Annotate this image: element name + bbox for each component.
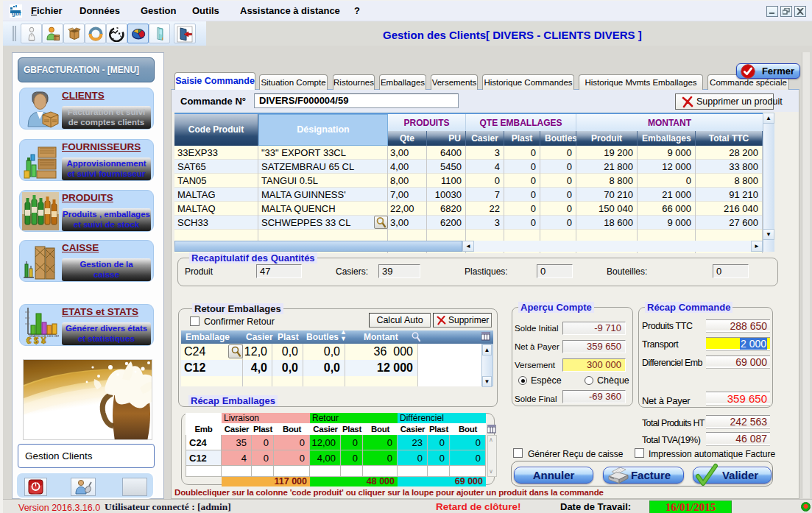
commande-input[interactable]: DIVERS/F000004/59 <box>254 93 459 108</box>
impression-checkbox[interactable] <box>635 448 644 458</box>
tab-situation-compte[interactable]: Situation Compte <box>259 74 328 90</box>
grid-row[interactable]: MALTAGMALTA GUINNESS'7,001003070070 2102… <box>174 188 763 202</box>
grid-row[interactable]: MALTAQMALTA QUENCH22,0068202200150 04066… <box>174 202 763 216</box>
remb-col[interactable]: Casier <box>222 423 252 435</box>
remb-col-emb[interactable]: Emb <box>186 423 222 435</box>
grid-col-casier[interactable]: Casier <box>466 131 504 146</box>
menu-item-help[interactable]: ? <box>350 1 364 21</box>
dish-icon[interactable] <box>106 24 127 43</box>
grid-cell-qte: 4,00 <box>388 160 427 174</box>
grid-scroll-right-button[interactable]: ► <box>751 241 763 252</box>
retour-scrollbar[interactable]: ▲▼ <box>481 344 493 386</box>
fermer-button[interactable]: Fermer <box>736 63 800 79</box>
confirmer-retour-checkbox[interactable] <box>190 316 200 326</box>
remb-col[interactable]: Bout <box>450 423 486 435</box>
remb-scroll-down[interactable]: ∨ <box>489 468 493 475</box>
carton-icon[interactable] <box>63 24 85 43</box>
book-icon[interactable] <box>149 24 170 43</box>
row-loupe-button[interactable] <box>374 216 388 229</box>
retour-col-emballage[interactable]: Emballage <box>186 330 230 344</box>
tab-historique-commandes[interactable]: Historique Commandes <box>482 74 574 90</box>
menu-item-gestion[interactable]: Gestion <box>136 1 180 21</box>
remb-col[interactable]: Plast <box>341 423 363 435</box>
restore-button[interactable] <box>780 6 792 17</box>
grid-row[interactable]: TAN05TANGUI 0.5L8,0011000008 80008 800 <box>174 174 763 188</box>
grid-col-pu[interactable]: PU <box>427 131 466 146</box>
sidebar-item-clients[interactable]: CLIENTSFacturation et suivi de comptes c… <box>19 88 154 130</box>
grid-col-boutles[interactable]: Boutles <box>540 131 576 146</box>
grid-col-designation[interactable]: Désignation <box>258 114 388 146</box>
status-led-icon <box>801 502 811 512</box>
remb-col[interactable]: Casier <box>398 423 428 435</box>
remb-col[interactable]: Bout <box>274 423 310 435</box>
user-silhouette-icon[interactable] <box>21 24 42 43</box>
delete-product-button[interactable]: Supprimer un produit <box>675 93 774 110</box>
recu-checkbox[interactable] <box>513 448 523 458</box>
pie-chart-icon[interactable] <box>127 24 149 43</box>
menu-item-outils[interactable]: Outils <box>188 1 224 21</box>
transport-field[interactable]: 2 000 <box>706 337 770 350</box>
close-button[interactable] <box>794 6 806 17</box>
blank-button[interactable] <box>122 478 147 496</box>
grid-hscroll-thumb[interactable] <box>174 241 462 252</box>
sidebar-item-fournisseurs[interactable]: FOURNISSEURSApprovisionnement et suivi f… <box>19 139 154 181</box>
sidebar-item-etats-et-stats[interactable]: GRAPHIQUE DES VENTES€ $ ¥ETATS et STATSG… <box>19 304 154 346</box>
grid-scroll-left-button[interactable]: ◄ <box>462 241 474 252</box>
clients-image <box>22 90 61 129</box>
grid-col-plast[interactable]: Plast <box>504 131 540 146</box>
user-session-button[interactable] <box>71 478 96 496</box>
tab-saisie-commande[interactable]: Saisie Commande <box>174 72 255 90</box>
annuler-button[interactable]: Annuler <box>514 467 593 484</box>
client-box-icon[interactable] <box>42 24 63 43</box>
minimize-button[interactable] <box>766 6 778 17</box>
grid-row[interactable]: SCH33SCHWEPPES 33 CL3,00620030018 6009 0… <box>174 216 763 230</box>
espece-radio[interactable] <box>518 376 527 385</box>
calcul-auto-button[interactable]: Calcul Auto <box>369 313 431 328</box>
menu-item-assistance-distance[interactable]: Assistance à distance <box>236 1 345 21</box>
menu-item-fichier[interactable]: Fichier <box>27 1 67 21</box>
retour-col-plast[interactable]: Plast <box>278 330 299 344</box>
remb-col[interactable]: Plast <box>428 423 450 435</box>
grid-row[interactable]: SAT65SATZEMBRAU 65 CL4,00545040021 80012… <box>174 160 763 174</box>
exit-door-icon[interactable] <box>174 24 196 43</box>
menu-item-donn-es[interactable]: Données <box>75 1 124 21</box>
grid-col-emballages[interactable]: Emballages <box>638 131 696 146</box>
retour-scroll-up[interactable]: ▲ <box>482 344 492 355</box>
grid-scroll-up-button[interactable]: ▲ <box>763 113 774 124</box>
grid-col-total[interactable]: Total TTC <box>696 131 763 146</box>
grid-scroll-down-button[interactable]: ▼ <box>763 229 774 240</box>
sidebar-item-caisse[interactable]: CAISSEGestion de la caisse <box>19 240 154 282</box>
grid-cell-boutles: 0 <box>540 202 576 216</box>
retour-row[interactable]: C124,00,00,012 000 <box>181 360 493 376</box>
retour-loupe-button[interactable] <box>228 344 243 358</box>
grid-row[interactable]: 33EXP33"33" EXPORT 33CL3,00640030019 200… <box>174 146 763 160</box>
cheque-radio[interactable] <box>585 376 593 385</box>
tab-ristournes[interactable]: Ristournes <box>333 74 375 90</box>
retour-col-montant[interactable]: Montant <box>364 330 398 344</box>
retour-row[interactable]: C2412,00,00,036 000 <box>181 344 493 360</box>
retour-scroll-down[interactable]: ▼ <box>482 376 492 387</box>
remb-scroll-up[interactable]: ∧ <box>489 436 493 443</box>
grid-col-produit[interactable]: Produit <box>576 131 638 146</box>
toolbar-grip[interactable] <box>13 26 16 41</box>
remb-col[interactable]: Casier <box>310 423 341 435</box>
tab-emballages[interactable]: Emballages <box>379 74 426 90</box>
grid-horizontal-scrollbar[interactable]: ◄ ► <box>174 241 763 252</box>
remb-col[interactable]: Bout <box>363 423 398 435</box>
supprimer-retour-button[interactable]: Supprimer <box>433 313 492 328</box>
ring-icon[interactable] <box>85 24 106 43</box>
grid-col-code-produit[interactable]: Code Produit <box>174 114 258 146</box>
apercu-field[interactable]: 300 000 <box>562 358 626 372</box>
grid-col-qte[interactable]: Qte <box>388 131 427 146</box>
facture-button[interactable]: Facture <box>603 467 684 484</box>
power-off-button[interactable] <box>24 478 47 496</box>
remb-col[interactable]: Plast <box>252 423 274 435</box>
retour-col-boutles[interactable]: Boutles <box>306 330 339 344</box>
grid-vertical-scrollbar[interactable]: ▲ ▼ <box>763 113 774 252</box>
tab-historique-mvmts-emballages[interactable]: Historique Mvmts Emballages <box>579 74 703 90</box>
retour-col-casier[interactable]: Casier <box>246 330 273 344</box>
remb-scrollbar[interactable]: ∧∨ <box>487 435 497 477</box>
valider-button[interactable]: Valider <box>693 467 772 484</box>
sidebar-item-produits[interactable]: PRODUITSProduits , emballages et suivi d… <box>19 190 154 232</box>
tab-versements[interactable]: Versements <box>431 74 478 90</box>
